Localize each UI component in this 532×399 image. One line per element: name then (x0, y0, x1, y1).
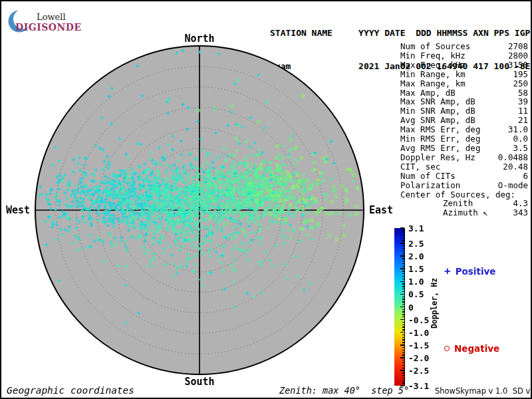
stat-label: Min SNR Amp, dB (400, 106, 475, 116)
colorbar-minor-tick (402, 322, 404, 323)
colorbar-minor-tick (402, 382, 404, 383)
stat-value: 2708 (508, 42, 528, 51)
stat-row: Max Amp, dB58 (400, 88, 528, 98)
colorbar-minor-tick (402, 339, 404, 340)
colorbar-minor-tick (402, 289, 404, 289)
colorbar-minor-tick (402, 327, 404, 327)
stat-value: 250 (513, 79, 528, 88)
stat-label: Zenith (400, 199, 473, 208)
stat-row: Center of Sources, deg: (400, 190, 528, 200)
colorbar-tick-label: -1.0 (408, 327, 429, 337)
colorbar-minor-tick (402, 375, 404, 376)
colorbar-minor-tick (402, 301, 404, 302)
colorbar-major-tick (400, 255, 404, 256)
colorbar-minor-tick (402, 251, 404, 251)
colorbar-major-tick (400, 227, 404, 228)
stat-label: Max Range, km (400, 79, 466, 88)
colorbar-minor-tick (402, 299, 404, 299)
stat-row: Avg RMS Err, deg3.5 (400, 144, 528, 153)
stat-row: Num of Sources2708 (400, 42, 528, 51)
colorbar-major-tick (400, 268, 404, 269)
stat-label: Azimuth ↖ (400, 208, 488, 217)
direction-label-west: West (1, 204, 30, 216)
direction-label-south: South (166, 376, 233, 388)
colorbar-minor-tick (402, 235, 404, 236)
colorbar-minor-tick (402, 248, 404, 249)
colorbar-major-tick (400, 370, 404, 370)
colorbar-tick-label: 0.5 (408, 289, 424, 299)
colorbar-minor-tick (402, 360, 404, 360)
colorbar-minor-tick (402, 311, 404, 312)
colorbar-minor-tick (402, 380, 404, 381)
colorbar-major-tick (400, 307, 404, 307)
stat-row: Zenith4.3 (400, 199, 528, 208)
colorbar-minor-tick (402, 378, 404, 378)
colorbar-minor-tick (402, 245, 404, 246)
colorbar-minor-tick (402, 283, 404, 284)
stat-label: Min RMS Err, deg (400, 134, 480, 144)
colorbar-tick-label: -0.5 (408, 315, 429, 325)
stat-label: Num of Sources (400, 42, 470, 51)
colorbar-minor-tick (402, 263, 404, 264)
colorbar-minor-tick (402, 347, 404, 348)
zenith-scale-footnote: Zenith: max 40° step 5° (279, 385, 409, 396)
colorbar-minor-tick (402, 354, 404, 355)
stat-value: 11 (518, 106, 528, 116)
stat-value: 195 (513, 70, 528, 79)
colorbar-minor-tick (402, 233, 404, 233)
colorbar-tick-label: -2.0 (408, 352, 429, 362)
stat-label: Max Freq, kHz (400, 61, 466, 70)
stat-label: Avg SNR Amp, dB (400, 116, 475, 125)
stat-row: Max Freq, kHz3150 (400, 61, 528, 70)
plus-marker-icon: + (444, 268, 451, 275)
colorbar-tick-label: 1.0 (408, 277, 424, 287)
colorbar-minor-tick (402, 253, 404, 254)
colorbar-minor-tick (402, 334, 404, 335)
stat-value: 0.0488 (498, 153, 528, 162)
positive-legend-label: Positive (456, 266, 496, 277)
colorbar-tick-label: -1.5 (408, 340, 429, 350)
stat-value: 21 (518, 116, 528, 125)
colorbar-tick-label: 2.5 (408, 238, 424, 248)
colorbar-major-tick (400, 357, 404, 358)
colorbar-minor-tick (402, 266, 404, 267)
colorbar-tick-label: -3.1 (408, 381, 429, 391)
stat-row: PolarizationO-mode (400, 181, 528, 190)
colorbar-minor-tick (402, 297, 404, 297)
colorbar-minor-tick (402, 368, 404, 368)
stat-row: Azimuth ↖343 (400, 208, 528, 217)
colorbar-minor-tick (402, 240, 404, 241)
stat-value: 6 (523, 172, 528, 181)
stat-row: Avg SNR Amp, dB21 (400, 116, 528, 125)
colorbar-minor-tick (402, 325, 404, 325)
colorbar-tick-label: 0 (408, 302, 414, 312)
digisonde-logo: Lowell DIGISONDE (5, 5, 92, 33)
version-footnote: ShowSkymap v 1.0 SD v 5.1 (435, 386, 532, 396)
colorbar-major-tick (400, 281, 404, 282)
stat-label: Avg RMS Err, deg (400, 144, 480, 153)
stat-value: O-mode (498, 181, 528, 190)
stat-label: Doppler Res, Hz (400, 153, 475, 162)
stat-row: Min Freq, kHz2800 (400, 51, 528, 61)
colorbar-minor-tick (402, 309, 404, 310)
stat-value: 3150 (508, 61, 528, 70)
stat-label: Center of Sources, deg: (400, 190, 515, 200)
stat-value: 58 (518, 88, 528, 98)
colorbar-tick-label: 3.1 (408, 223, 424, 233)
direction-label-north: North (166, 33, 233, 45)
colorbar-minor-tick (402, 350, 404, 350)
colorbar-minor-tick (402, 304, 404, 305)
stat-label: Min Range, km (400, 70, 466, 79)
stat-label: Max SNR Amp, dB (400, 97, 475, 106)
stat-value: 20.48 (503, 162, 528, 172)
stat-label: Max RMS Err, deg (400, 125, 480, 134)
colorbar-minor-tick (402, 372, 404, 373)
stat-label: Num of CITs (400, 172, 456, 181)
stat-value: 39 (518, 97, 528, 106)
colorbar-minor-tick (402, 352, 404, 353)
logo-text-lowell: Lowell (37, 12, 66, 22)
stat-value: 343 (513, 208, 528, 217)
colorbar-minor-tick (402, 291, 404, 292)
colorbar-minor-tick (402, 329, 404, 330)
stat-row: Min Range, km195 (400, 70, 528, 79)
